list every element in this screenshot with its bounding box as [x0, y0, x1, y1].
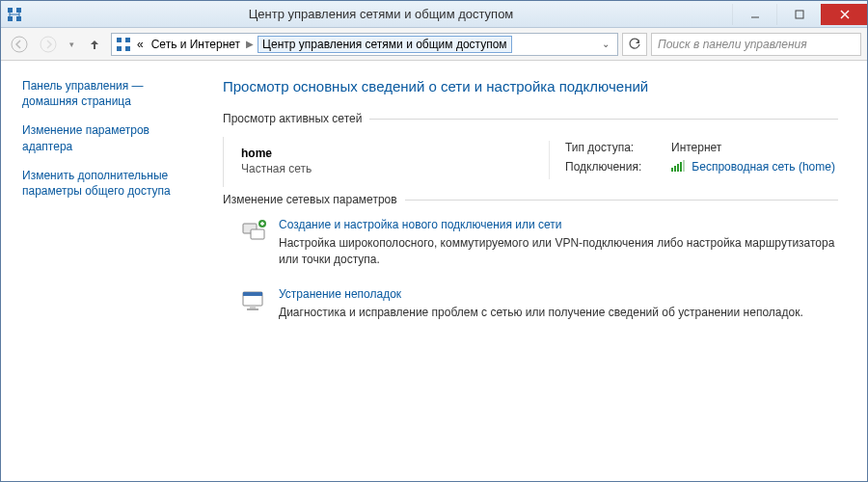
- close-button[interactable]: [821, 4, 867, 25]
- sidebar-link-adapter-settings[interactable]: Изменение параметров адаптера: [22, 122, 190, 153]
- svg-rect-3: [16, 16, 21, 21]
- svg-rect-1: [16, 8, 21, 13]
- svg-rect-11: [125, 38, 130, 42]
- nav-forward-button[interactable]: [36, 32, 61, 57]
- search-input[interactable]: Поиск в панели управления: [651, 33, 861, 56]
- search-placeholder: Поиск в панели управления: [658, 38, 807, 51]
- svg-rect-12: [117, 46, 122, 51]
- chevron-right-icon: ▶: [246, 39, 254, 49]
- main-panel: Просмотр основных сведений о сети и наст…: [203, 61, 867, 481]
- nav-back-button[interactable]: [7, 32, 32, 57]
- troubleshoot-icon: [240, 287, 267, 314]
- network-identity: home Частная сеть: [241, 141, 549, 179]
- sidebar-link-home[interactable]: Панель управления — домашняя страница: [22, 78, 190, 109]
- task-new-connection-desc: Настройка широкополосного, коммутируемог…: [279, 235, 838, 268]
- svg-point-9: [41, 37, 56, 52]
- connections-label: Подключения:: [565, 160, 671, 174]
- svg-point-8: [12, 37, 27, 52]
- svg-rect-2: [8, 16, 13, 21]
- address-bar[interactable]: « Сеть и Интернет ▶ Центр управления сет…: [111, 33, 618, 56]
- breadcrumb-parent[interactable]: Сеть и Интернет: [149, 38, 242, 51]
- nav-recent-dropdown[interactable]: ▾: [65, 32, 78, 57]
- svg-rect-10: [117, 38, 122, 42]
- window-title: Центр управления сетями и общим доступом: [30, 7, 732, 21]
- page-heading: Просмотр основных сведений о сети и наст…: [223, 78, 838, 94]
- breadcrumb-current[interactable]: Центр управления сетями и общим доступом: [258, 36, 512, 53]
- network-details: Тип доступа: Интернет Подключения: Беспр…: [549, 141, 838, 179]
- connection-link[interactable]: Беспроводная сеть (home): [692, 160, 835, 174]
- svg-rect-15: [251, 229, 264, 239]
- section-active-networks: Просмотр активных сетей: [223, 112, 838, 125]
- new-connection-icon: [240, 218, 267, 245]
- task-troubleshoot: Устранение неполадок Диагностика и испра…: [240, 287, 838, 321]
- svg-rect-18: [243, 292, 262, 296]
- svg-rect-19: [250, 306, 256, 308]
- wifi-signal-icon: [671, 160, 685, 172]
- content-area: Панель управления — домашняя страница Из…: [1, 61, 867, 481]
- svg-rect-0: [8, 8, 13, 13]
- nav-up-button[interactable]: [82, 32, 107, 57]
- refresh-button[interactable]: [622, 33, 647, 56]
- section-active-networks-label: Просмотр активных сетей: [223, 112, 369, 125]
- active-network-row: home Частная сеть Тип доступа: Интернет …: [223, 137, 838, 187]
- breadcrumb-prefix: «: [135, 38, 146, 51]
- network-name: home: [241, 147, 549, 160]
- sidebar-link-advanced-sharing[interactable]: Изменить дополнительные параметры общего…: [22, 168, 190, 199]
- access-type-label: Тип доступа:: [565, 141, 671, 154]
- nav-bar: ▾ « Сеть и Интернет ▶ Центр управления с…: [1, 28, 867, 61]
- task-new-connection-link[interactable]: Создание и настройка нового подключения …: [279, 218, 838, 231]
- network-center-icon: [116, 37, 131, 52]
- maximize-button[interactable]: [776, 4, 821, 25]
- svg-rect-13: [125, 46, 130, 51]
- task-new-connection: Создание и настройка нового подключения …: [240, 218, 838, 268]
- svg-rect-5: [796, 11, 803, 18]
- svg-rect-20: [247, 308, 258, 310]
- window-controls: [732, 4, 867, 25]
- section-change-settings: Изменение сетевых параметров: [223, 193, 838, 206]
- sidebar: Панель управления — домашняя страница Из…: [1, 61, 203, 481]
- section-change-settings-label: Изменение сетевых параметров: [223, 193, 405, 206]
- minimize-button[interactable]: [732, 4, 776, 25]
- access-type-value: Интернет: [671, 141, 838, 154]
- title-bar: Центр управления сетями и общим доступом: [1, 1, 867, 28]
- task-troubleshoot-desc: Диагностика и исправление проблем с сеть…: [279, 305, 803, 321]
- network-type: Частная сеть: [241, 162, 549, 175]
- app-icon: [7, 7, 22, 22]
- task-troubleshoot-link[interactable]: Устранение неполадок: [279, 287, 803, 301]
- window-frame: Центр управления сетями и общим доступом…: [0, 0, 868, 482]
- address-dropdown-icon[interactable]: ⌄: [598, 39, 613, 49]
